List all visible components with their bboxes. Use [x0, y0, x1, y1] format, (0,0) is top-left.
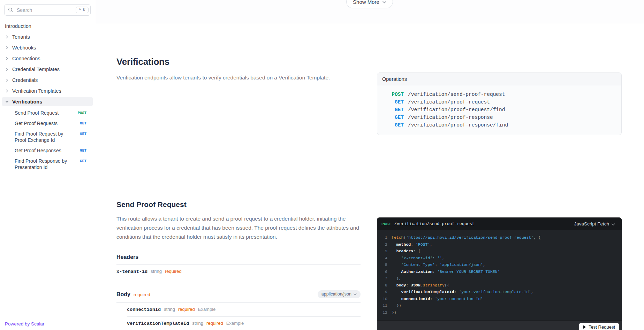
method-badge: GET [80, 148, 86, 153]
param-example-link[interactable]: Example [226, 321, 244, 326]
main-area: Show More Verifications Verification end… [95, 0, 644, 330]
search-box[interactable]: ^ K [4, 4, 91, 16]
code-body: 1 fetch('https://api.hovi.id/verificatio… [377, 230, 622, 316]
sidebar: ^ K Introduction Tenants Webhooks Connec… [0, 0, 95, 330]
operation-method: POST [382, 91, 404, 98]
code-text: }) [392, 302, 401, 309]
line-number: 10 [377, 296, 387, 302]
line-number: 12 [377, 309, 387, 316]
show-more-label: Show More [353, 0, 379, 5]
sidebar-endpoint-label: Get Proof Responses [15, 147, 61, 154]
body-heading-left: Body required [116, 291, 150, 298]
verifications-panel-column: Operations POST /verification/send-proof… [377, 72, 622, 167]
operation-row-get-verification-proof-response[interactable]: GET /verification/proof-response [382, 114, 616, 121]
sidebar-item-webhooks[interactable]: Webhooks [2, 43, 93, 52]
language-select[interactable]: JavaScript Fetch [572, 221, 617, 227]
code-line: 9 verificationTemplateId: 'your-verifcat… [377, 289, 622, 296]
operations-list: POST /verification/send-proof-request GE… [377, 85, 621, 135]
body-heading: Body [116, 291, 130, 298]
chevron-right-icon [5, 89, 9, 93]
param-type: string [151, 269, 162, 274]
param-required-flag: required [206, 321, 223, 326]
code-line: 11 }) [377, 302, 622, 309]
code-text: headers: { [392, 248, 421, 255]
code-endpoint-path: /verification/send-proof-request [394, 222, 569, 227]
search-input[interactable] [16, 7, 73, 13]
operation-path: /verification/proof-response [408, 114, 493, 121]
sidebar-item-introduction[interactable]: Introduction [2, 21, 93, 31]
sidebar-endpoint-get-proof-requests[interactable]: Get Proof Requests GET [10, 118, 91, 129]
operation-path: /verification/proof-request/find [408, 106, 505, 114]
chevron-right-icon [5, 100, 9, 104]
code-line: 1 fetch('https://api.hovi.id/verificatio… [377, 234, 622, 241]
sidebar-endpoint-label: Get Proof Requests [15, 120, 58, 126]
code-text: connectionId: 'your-connection-Id' [392, 296, 483, 302]
operation-row-post-verification-send-proof-request[interactable]: POST /verification/send-proof-request [382, 91, 616, 98]
sidebar-item-connections[interactable]: Connections [2, 54, 93, 63]
operation-path: /verification/proof-request [408, 98, 490, 106]
sidebar-item-verifications[interactable]: Verifications [2, 97, 93, 106]
method-badge: GET [80, 132, 86, 136]
sidebar-item-label: Credential Templates [12, 67, 60, 72]
code-line: 7 }, [377, 275, 622, 282]
line-number: 1 [377, 234, 387, 241]
sidebar-item-label: Credentials [12, 77, 38, 83]
body-heading-row: Body required application/json [116, 290, 361, 298]
sidebar-item-tenants[interactable]: Tenants [2, 32, 93, 41]
param-row-verificationtemplateid: verificationTemplateId string required E… [127, 317, 361, 330]
param-name: x-tenant-id [116, 269, 147, 274]
content-type-select[interactable]: application/json [318, 290, 361, 298]
sidebar-item-label: Verification Templates [12, 88, 61, 94]
sidebar-endpoint-find-proof-response-by-presentation-id[interactable]: Find Proof Response by Presentation Id G… [10, 156, 91, 172]
keyboard-shortcut-badge: ^ K [76, 7, 89, 13]
code-text: fetch('https://api.hovi.id/verification/… [392, 234, 541, 241]
chevron-right-icon [5, 56, 9, 61]
param-row-x-tenant-id: x-tenant-id string required [116, 265, 361, 278]
test-request-button[interactable]: Test Request [579, 323, 619, 330]
sidebar-endpoint-get-proof-responses[interactable]: Get Proof Responses GET [10, 145, 91, 156]
content: Verifications Verification endpoints all… [95, 23, 644, 330]
line-number: 11 [377, 302, 387, 309]
sidebar-endpoint-send-proof-request[interactable]: Send Proof Request POST [10, 108, 91, 118]
play-icon [583, 325, 586, 329]
method-badge: GET [80, 159, 86, 163]
powered-by-scalar-link[interactable]: Powered by Scalar [5, 321, 44, 327]
code-method-badge: POST [381, 222, 391, 226]
method-badge: GET [80, 121, 86, 125]
line-number: 9 [377, 289, 387, 296]
line-number: 7 [377, 275, 387, 282]
sidebar-sublist: Send Proof Request POST Get Proof Reques… [10, 108, 91, 172]
sidebar-item-label: Introduction [5, 23, 31, 29]
code-line: 2 method: 'POST', [377, 241, 622, 248]
language-label: JavaScript Fetch [574, 221, 609, 227]
operation-method: GET [382, 121, 404, 129]
sidebar-endpoint-find-proof-request-by-proof-exchange-id[interactable]: Find Proof Request by Proof Exchange Id … [10, 129, 91, 145]
code-example-panel: POST /verification/send-proof-request Ja… [377, 217, 622, 330]
code-text: Authorization: 'Bearer YOUR_SECRET_TOKEN… [392, 268, 500, 275]
shortcut-key: K [83, 8, 85, 12]
operation-row-get-verification-proof-request-find[interactable]: GET /verification/proof-request/find [382, 106, 616, 114]
code-text: verificationTemplateId: 'your-verifcatio… [392, 289, 533, 296]
sidebar-item-credential-templates[interactable]: Credential Templates [2, 64, 93, 74]
page-title: Verifications [116, 56, 361, 67]
body-params: connectionId string required Example ver… [127, 303, 361, 330]
operation-row-get-verification-proof-request[interactable]: GET /verification/proof-request [382, 98, 616, 106]
code-text: }) [392, 309, 396, 316]
operation-method: GET [382, 114, 404, 121]
search-wrap: ^ K [0, 0, 95, 18]
code-text: }, [392, 275, 401, 282]
sidebar-item-credentials[interactable]: Credentials [2, 75, 93, 85]
shortcut-modifier: ^ [79, 8, 81, 12]
app-root: ^ K Introduction Tenants Webhooks Connec… [0, 0, 644, 330]
sidebar-item-verification-templates[interactable]: Verification Templates [2, 86, 93, 95]
code-text: body: JSON.stringify({ [392, 282, 449, 289]
line-number: 2 [377, 241, 387, 248]
code-line: 10 connectionId: 'your-connection-Id' [377, 296, 622, 302]
headers-params: x-tenant-id string required [116, 265, 361, 278]
operation-row-get-verification-proof-response-find[interactable]: GET /verification/proof-response/find [382, 121, 616, 129]
param-example-link[interactable]: Example [198, 307, 216, 312]
code-text: method: 'POST', [392, 241, 432, 248]
show-more-button[interactable]: Show More [346, 0, 393, 8]
chevron-down-icon [382, 1, 386, 3]
line-number: 5 [377, 261, 387, 268]
